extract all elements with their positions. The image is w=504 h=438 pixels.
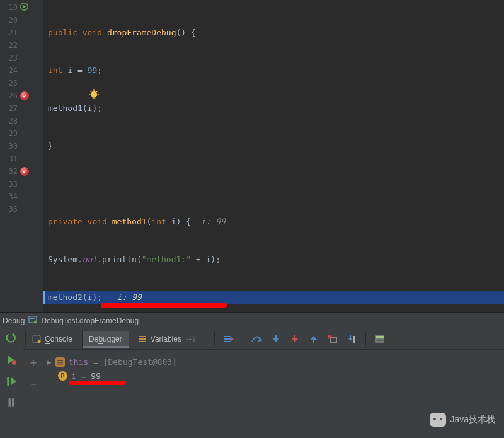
svg-rect-23 bbox=[379, 340, 381, 341]
run-to-cursor-button[interactable] bbox=[345, 333, 358, 345]
svg-rect-22 bbox=[377, 340, 379, 341]
code-line[interactable]: int i = 99; bbox=[43, 64, 504, 77]
line-number: 21 bbox=[0, 28, 18, 37]
svg-rect-17 bbox=[224, 341, 231, 342]
svg-rect-14 bbox=[139, 341, 146, 342]
tab-console[interactable]: Console bbox=[25, 331, 79, 347]
step-over-button[interactable] bbox=[251, 333, 263, 345]
red-underline-annotation bbox=[69, 381, 126, 385]
variable-row[interactable]: ▶ this = {DebugTest@803} bbox=[47, 355, 501, 369]
primitive-badge-icon: P bbox=[58, 371, 67, 381]
debug-label: Debug bbox=[3, 316, 25, 325]
tab-debugger[interactable]: Debugger bbox=[82, 331, 129, 347]
debug-toolwindow-header[interactable]: Debug DebugTest.dropFrameDebug bbox=[0, 313, 504, 328]
svg-rect-4 bbox=[30, 318, 35, 319]
svg-rect-13 bbox=[139, 338, 146, 340]
show-execution-point-button[interactable] bbox=[222, 333, 235, 345]
separator bbox=[365, 332, 366, 346]
line-number: 26 bbox=[0, 91, 18, 100]
add-watch-button[interactable]: ＋ bbox=[28, 355, 39, 370]
code-line[interactable]: method1(i); bbox=[43, 102, 504, 115]
debug-run-toolbar bbox=[0, 328, 23, 438]
force-step-into-button[interactable] bbox=[289, 333, 301, 345]
code-line[interactable]: private void method1(int i) { i: 99 bbox=[43, 216, 504, 228]
code-line[interactable]: } bbox=[43, 140, 504, 153]
separator bbox=[214, 332, 215, 346]
svg-rect-15 bbox=[224, 336, 231, 337]
drop-frame-button[interactable] bbox=[326, 333, 339, 345]
debug-panel: Console Debugger Variables →⁞ bbox=[0, 328, 504, 438]
variable-row[interactable]: P i = 99 bbox=[47, 369, 501, 383]
line-number: 24 bbox=[0, 66, 18, 75]
step-out-button[interactable] bbox=[307, 333, 320, 345]
svg-rect-2 bbox=[93, 97, 96, 99]
step-into-button[interactable] bbox=[270, 333, 282, 345]
svg-rect-27 bbox=[57, 363, 63, 364]
code-area[interactable]: public void dropFrameDebug() { int i = 9… bbox=[43, 0, 504, 312]
debug-tabs: Console Debugger Variables →⁞ bbox=[23, 328, 504, 350]
svg-point-6 bbox=[12, 360, 16, 365]
code-line[interactable] bbox=[43, 178, 504, 190]
line-number: 22 bbox=[0, 41, 18, 50]
inline-hint: i: 99 bbox=[191, 216, 226, 228]
run-gutter-icon[interactable] bbox=[20, 3, 28, 13]
svg-rect-26 bbox=[57, 361, 63, 362]
svg-point-11 bbox=[38, 340, 41, 343]
variables-toolbar: ＋ － bbox=[23, 350, 44, 438]
editor-gutter[interactable]: 19 20 21 22 23 24 25 26 27 28 29 30 31 3… bbox=[0, 0, 43, 312]
step-toolbar bbox=[213, 332, 386, 346]
svg-rect-19 bbox=[353, 336, 355, 343]
rerun-button[interactable] bbox=[5, 332, 18, 345]
remove-watch-button[interactable]: － bbox=[28, 376, 39, 391]
breakpoint-icon[interactable] bbox=[20, 91, 29, 100]
red-underline-annotation bbox=[101, 303, 227, 308]
tab-variables[interactable]: Variables →⁞ bbox=[132, 331, 202, 347]
svg-rect-9 bbox=[12, 398, 14, 407]
line-number: 27 bbox=[0, 104, 18, 113]
line-number: 25 bbox=[0, 79, 18, 88]
line-number: 30 bbox=[0, 142, 18, 151]
svg-rect-12 bbox=[139, 336, 146, 337]
line-number: 19 bbox=[0, 3, 18, 12]
code-line[interactable]: public void dropFrameDebug() { bbox=[43, 26, 504, 39]
breakpoint-icon[interactable] bbox=[20, 167, 29, 176]
debug-breadcrumb[interactable]: DebugTest.dropFrameDebug bbox=[41, 316, 139, 325]
code-editor[interactable]: 19 20 21 22 23 24 25 26 27 28 29 30 31 3… bbox=[0, 0, 504, 312]
inline-hint: i: 99 bbox=[102, 291, 142, 304]
svg-point-1 bbox=[91, 91, 97, 98]
evaluate-expression-button[interactable] bbox=[374, 333, 386, 345]
execution-marker bbox=[43, 291, 45, 304]
intention-bulb-icon[interactable] bbox=[88, 89, 100, 101]
expand-arrow-icon[interactable]: ▶ bbox=[47, 357, 52, 367]
watermark: Java技术栈 bbox=[430, 413, 495, 427]
svg-rect-21 bbox=[376, 336, 384, 338]
wechat-icon bbox=[430, 413, 446, 427]
stackframe-icon bbox=[28, 315, 37, 326]
resume-button[interactable] bbox=[5, 375, 18, 388]
line-number: 35 bbox=[0, 205, 18, 214]
line-number: 28 bbox=[0, 117, 18, 125]
svg-rect-7 bbox=[7, 377, 9, 386]
line-number: 29 bbox=[0, 129, 18, 138]
pause-button[interactable] bbox=[5, 396, 18, 409]
line-number: 32 bbox=[0, 167, 18, 176]
line-number: 23 bbox=[0, 54, 18, 62]
line-number: 33 bbox=[0, 180, 18, 188]
svg-rect-16 bbox=[224, 338, 231, 340]
line-number: 20 bbox=[0, 16, 18, 25]
svg-rect-24 bbox=[382, 340, 384, 341]
svg-rect-8 bbox=[9, 398, 11, 407]
code-line-execution[interactable]: method2(i); i: 99 bbox=[43, 291, 504, 304]
object-badge-icon bbox=[55, 357, 65, 367]
svg-point-5 bbox=[34, 321, 37, 324]
line-number: 34 bbox=[0, 192, 18, 201]
resume-with-breakpoint-button[interactable] bbox=[5, 354, 18, 366]
line-number: 31 bbox=[0, 154, 18, 163]
svg-rect-25 bbox=[57, 360, 63, 361]
code-line[interactable]: System.out.println("method1:" + i); bbox=[43, 253, 504, 266]
separator bbox=[243, 332, 243, 346]
